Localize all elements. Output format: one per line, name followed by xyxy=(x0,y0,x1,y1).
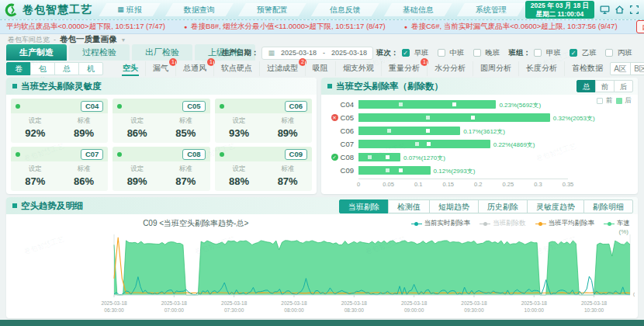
zone-switch: A区 B区 C区 D区 xyxy=(610,62,644,75)
bar-row-c05[interactable]: ✕C050.32%(2053支) xyxy=(321,111,638,124)
btn-detect-value[interactable]: 检测值 xyxy=(388,199,430,213)
alert-bullet-icon: ● xyxy=(404,24,407,29)
zone-a-button[interactable]: A区 xyxy=(610,62,631,75)
main-menu: ▦ 班报 数据查询 预警配置 信息反馈 基础信息 系统管理 xyxy=(99,3,525,16)
menu-item-report[interactable]: ▦ 班报 xyxy=(99,3,161,16)
menu-item-data-query[interactable]: 数据查询 xyxy=(165,3,234,16)
tab-weight-analysis[interactable]: 重量分析1 xyxy=(381,61,427,76)
bar-category-label: C06 xyxy=(341,127,354,135)
checkbox-team-b[interactable]: ✓ xyxy=(570,49,577,57)
range-total-button[interactable]: 总 xyxy=(576,80,596,92)
alarm-icon: ✕ xyxy=(331,114,338,121)
bar-row-c09[interactable]: C090.12%(2993支) xyxy=(321,164,638,177)
svg-text:2025-03-18: 2025-03-18 xyxy=(281,300,307,306)
home-icon[interactable] xyxy=(615,5,625,15)
back-marker xyxy=(427,142,431,146)
std-value: 86% xyxy=(60,175,109,187)
checkbox-shift-middle[interactable]: ✓ xyxy=(438,49,445,57)
date-range-input[interactable]: ▦ 2025-03-18 - 2025-03-18 xyxy=(261,47,373,60)
bar-category-label: C08 xyxy=(341,153,354,161)
alert-log-button[interactable]: ▤ 预警记录 xyxy=(636,20,644,33)
sensitivity-panel: 当班空头剔除灵敏度 C04 设定92% 标准89% C05 设定86% 标准85… xyxy=(6,78,317,194)
set-value: 93% xyxy=(215,127,264,139)
x-tick-label: 0.35 xyxy=(563,181,574,188)
machine-card-c09[interactable]: C09 设定88% 标准87% xyxy=(215,147,312,191)
trend-chart-title: C09 <当班空头剔除率趋势-总> xyxy=(6,218,385,229)
btn-short-term-trend[interactable]: 短期趋势 xyxy=(429,199,479,213)
back-marker xyxy=(399,168,403,172)
std-value: 87% xyxy=(263,175,312,187)
svg-text:2025-03-18: 2025-03-18 xyxy=(521,300,548,306)
tab-circumference-analysis[interactable]: 圆周分析 xyxy=(473,61,518,76)
std-value: 89% xyxy=(263,127,312,139)
checkbox-team-c[interactable]: ✓ xyxy=(605,49,613,57)
btn-rejection-detail[interactable]: 剔除明细 xyxy=(583,199,633,213)
date-filter-label: 生产日期： xyxy=(222,48,259,58)
machine-chip: C07 xyxy=(81,149,103,160)
group-packing[interactable]: 包装 xyxy=(30,62,55,75)
alert-item: 平均软点废品率<0.0000>超下限, 10:51:17 (7/47) xyxy=(6,22,165,32)
tab-production[interactable]: 生产制造 xyxy=(6,44,67,61)
btn-shift-rejection[interactable]: 当班剔除 xyxy=(339,199,389,213)
bar-chart-x-axis: 00.050.10.150.20.250.30.35 xyxy=(358,179,568,188)
menu-item-system-admin[interactable]: 系统管理 xyxy=(457,3,525,16)
menu-item-alert-config[interactable]: 预警配置 xyxy=(238,3,306,16)
chevron-down-icon[interactable]: ▼ xyxy=(121,37,126,43)
group-rolling[interactable]: 卷接 xyxy=(6,62,31,75)
bar-row-c04[interactable]: C040.23%(5692支) xyxy=(321,98,638,111)
group-machine[interactable]: 机台 xyxy=(78,62,103,75)
checkbox-shift-night[interactable]: ✓ xyxy=(473,49,481,57)
btn-sensitivity-trend[interactable]: 灵敏度趋势 xyxy=(527,199,584,213)
checkbox-team-a[interactable]: ✓ xyxy=(534,49,542,57)
tab-first-inspect-data[interactable]: 首检数据 xyxy=(564,61,610,76)
front-marker xyxy=(399,102,403,106)
tab-filter-forming[interactable]: 过滤成型2 xyxy=(259,61,305,76)
legend-item[interactable]: 当前实时剔除率 xyxy=(411,219,471,228)
bar-value-label: 0.22%(4869支) xyxy=(493,140,535,149)
menu-item-feedback[interactable]: 信息反馈 xyxy=(311,3,379,16)
bar-row-c07[interactable]: C070.22%(4869支) xyxy=(321,137,638,151)
bar-category-label: C05 xyxy=(341,113,354,122)
machine-card-c05[interactable]: C05 设定86% 标准85% xyxy=(113,99,209,143)
tab-process-inspect[interactable]: 过程检验 xyxy=(69,44,130,61)
zone-b-button[interactable]: B区 xyxy=(630,62,644,75)
range-front-button[interactable]: 前 xyxy=(595,80,615,92)
trend-legend: 当前实时剔除率当班剔除数当班平均剔除率车速 xyxy=(411,219,631,228)
fullscreen-icon[interactable] xyxy=(629,5,639,15)
legend-item[interactable]: 当班剔除数 xyxy=(480,219,526,228)
tab-appearance[interactable]: 烟支外观 xyxy=(335,61,381,76)
legend-item[interactable]: 当班平均剔除率 xyxy=(535,219,595,228)
app-root: 卷包智慧工艺 ▦ 班报 数据查询 预警配置 信息反馈 基础信息 系统管理 202… xyxy=(0,0,644,326)
machine-card-c06[interactable]: C06 设定93% 标准89% xyxy=(215,99,312,143)
tab-total-vent[interactable]: 总通风1 xyxy=(175,61,213,76)
tab-empty-head[interactable]: 空头 xyxy=(116,61,145,76)
bar-row-c08[interactable]: ✓C080.07%(1270支) xyxy=(321,151,638,164)
svg-text:07:00:00: 07:00:00 xyxy=(164,307,185,313)
machine-card-c04[interactable]: C04 设定92% 标准89% xyxy=(11,99,108,143)
machine-card-c08[interactable]: C08 设定89% 标准87% xyxy=(113,147,209,191)
checkbox-shift-morning[interactable]: ✓ xyxy=(402,49,410,57)
tab-soft-hard-spot[interactable]: 软点硬点 xyxy=(213,61,259,76)
menu-item-basic-info[interactable]: 基础信息 xyxy=(384,3,452,16)
tab-moisture-analysis[interactable]: 水分分析 xyxy=(427,61,473,76)
breadcrumb-root[interactable]: 卷包车间总览 xyxy=(8,35,50,45)
monitor-icon[interactable] xyxy=(600,5,610,15)
status-dot-icon xyxy=(220,104,224,109)
tab-length-analysis[interactable]: 长度分析 xyxy=(518,61,564,76)
bar-row-c06[interactable]: C060.17%(3612支) xyxy=(321,124,638,137)
range-back-button[interactable]: 后 xyxy=(614,80,633,92)
tab-draw-resistance[interactable]: 吸阻 xyxy=(305,61,335,76)
machine-card-c07[interactable]: C07 设定87% 标准86% xyxy=(11,147,108,191)
footer-bar xyxy=(0,320,644,326)
tab-air-leak[interactable]: 漏气1 xyxy=(145,61,175,76)
tab-factory-inspect[interactable]: 出厂检验 xyxy=(132,44,192,61)
breadcrumb-separator: - xyxy=(54,36,56,43)
legend-item[interactable]: 车速 xyxy=(604,219,630,228)
logo-icon xyxy=(5,3,19,17)
group-overview[interactable]: 总览 xyxy=(54,62,79,75)
front-marker xyxy=(426,116,430,120)
btn-history-rejection[interactable]: 历史剔除 xyxy=(478,199,528,213)
alert-item: ● 卷接B8#, 烟丝水分最小值<11.0000>超下限, 10:51:17 (… xyxy=(184,22,386,32)
svg-text:2025-03-18: 2025-03-18 xyxy=(161,300,188,306)
back-marker xyxy=(386,155,390,159)
